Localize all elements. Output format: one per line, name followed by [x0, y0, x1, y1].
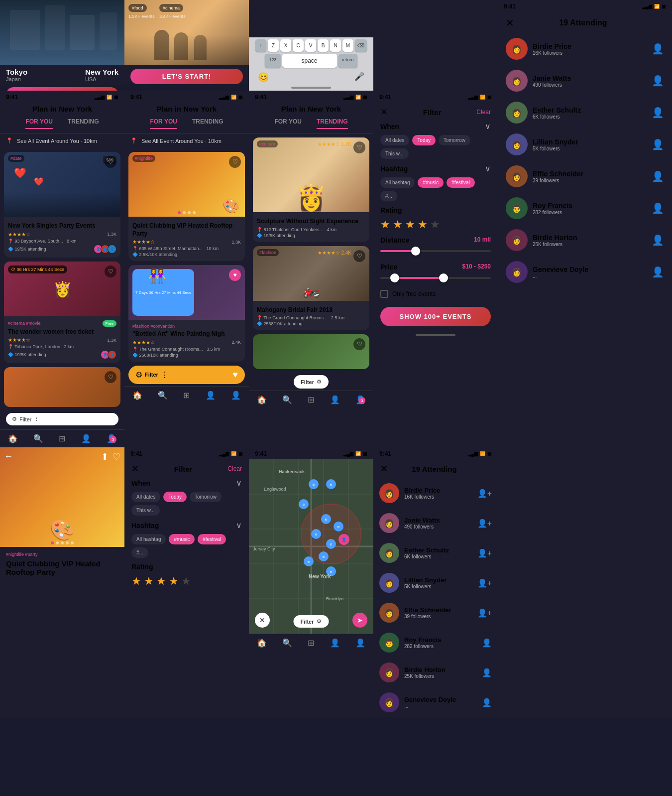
- key-space[interactable]: space: [282, 54, 337, 68]
- chip-festival-4[interactable]: #festival: [447, 177, 475, 188]
- key-c[interactable]: C: [293, 39, 304, 52]
- action-effie[interactable]: 👤+: [477, 608, 492, 618]
- chip-tomorrow-4[interactable]: Tomorrow: [439, 135, 470, 145]
- emoji-key[interactable]: 😊: [258, 72, 269, 83]
- close-attending-right[interactable]: ✕: [506, 17, 514, 29]
- lets-start-button[interactable]: LET'S START!: [130, 69, 243, 84]
- key-x[interactable]: X: [280, 39, 291, 52]
- map-filter-btn[interactable]: Filter ⚙: [294, 615, 329, 628]
- action-lillian[interactable]: 👤+: [477, 578, 492, 588]
- tab-for-you-2[interactable]: FOR YOU: [150, 118, 177, 129]
- filter-btn-3[interactable]: Filter ⚙: [294, 375, 329, 389]
- filter-btn-1[interactable]: ⚙ Filter ⋮: [6, 413, 118, 425]
- chip-all-dates-4[interactable]: All dates: [380, 135, 409, 145]
- mic-key[interactable]: 🎤: [354, 72, 364, 83]
- action-right-1[interactable]: 👤: [652, 43, 664, 55]
- tab-trending-2[interactable]: TRENDING: [192, 118, 224, 129]
- heart-btn-ww[interactable]: ♡: [105, 265, 116, 277]
- star-1-4[interactable]: ★: [380, 218, 390, 231]
- action-right-6[interactable]: 👤: [652, 202, 664, 214]
- chip-thisweek-4[interactable]: This w...: [380, 148, 409, 159]
- action-right-2[interactable]: 👤: [652, 75, 664, 87]
- star-1-6[interactable]: ★: [131, 575, 141, 588]
- map-close-btn[interactable]: ✕: [255, 613, 270, 628]
- filter-btn-2[interactable]: ⚙ Filter ⋮ ♥: [128, 366, 245, 384]
- key-backspace[interactable]: ⌫: [355, 39, 367, 52]
- star-4-6[interactable]: ★: [169, 575, 179, 588]
- chip-thisweek-6[interactable]: This w...: [131, 505, 160, 516]
- key-v[interactable]: V: [305, 39, 316, 52]
- action-genevieve[interactable]: 👤: [482, 698, 492, 707]
- nav-grid-2[interactable]: ⊞: [183, 391, 190, 400]
- chip-tomorrow-6[interactable]: Tomorrow: [190, 492, 222, 502]
- nav-grid-3[interactable]: ⊞: [308, 395, 314, 404]
- chip-today-4[interactable]: Today: [412, 135, 436, 145]
- nav-bell-2[interactable]: 👤: [231, 391, 241, 399]
- action-right-3[interactable]: 👤: [652, 107, 664, 119]
- chip-all-hashtag-6[interactable]: All hashtag: [131, 534, 166, 544]
- key-return[interactable]: return: [338, 54, 357, 68]
- share-btn-5[interactable]: ⬆: [101, 451, 109, 462]
- star-2-4[interactable]: ★: [393, 218, 403, 231]
- price-thumb-left-4[interactable]: [390, 273, 399, 282]
- nav-search-2[interactable]: 🔍: [158, 391, 168, 400]
- tab-trending-1[interactable]: TRENDING: [68, 118, 99, 129]
- see-all-2[interactable]: 📍 See All Event Around You · 10km: [124, 133, 249, 148]
- heart-btn-partial-3[interactable]: ♡: [353, 338, 365, 350]
- back-btn-5[interactable]: ←: [4, 451, 13, 462]
- star-5-6[interactable]: ★: [181, 575, 191, 588]
- chip-music-4[interactable]: #music: [418, 177, 444, 188]
- free-checkbox-4[interactable]: [380, 290, 388, 298]
- close-attending-8[interactable]: ✕: [380, 463, 388, 474]
- nav-person-2[interactable]: 👤: [206, 391, 216, 400]
- action-right-7[interactable]: 👤: [652, 234, 664, 246]
- key-m[interactable]: M: [342, 39, 353, 52]
- action-right-4[interactable]: 👤: [652, 138, 664, 150]
- key-z[interactable]: Z: [268, 39, 279, 52]
- heart-detail-5[interactable]: ♡: [112, 451, 120, 462]
- action-roy[interactable]: 👤: [482, 638, 492, 648]
- map-navigate-btn[interactable]: ➤: [352, 613, 367, 628]
- nav-home-7[interactable]: 🏠: [257, 638, 267, 648]
- nav-person-1[interactable]: 👤: [81, 434, 91, 443]
- close-filter-4[interactable]: ✕: [380, 107, 388, 118]
- show-events-btn-4[interactable]: SHOW 100+ EVENTS: [380, 307, 491, 326]
- heart-btn-sculpture[interactable]: ♡: [353, 141, 365, 153]
- action-janie-watts[interactable]: 👤+: [477, 519, 492, 528]
- distance-thumb-4[interactable]: [411, 247, 420, 256]
- star-4-4[interactable]: ★: [418, 218, 428, 231]
- close-filter-6[interactable]: ✕: [131, 463, 139, 474]
- key-n[interactable]: N: [330, 39, 341, 52]
- clear-filter-6[interactable]: Clear: [227, 465, 242, 472]
- nav-bell-7[interactable]: 👤: [355, 639, 365, 647]
- action-esther[interactable]: 👤+: [477, 548, 492, 558]
- next-button[interactable]: NEXT: [6, 87, 118, 91]
- chip-today-6[interactable]: Today: [163, 492, 187, 502]
- nav-home-2[interactable]: 🏠: [132, 391, 142, 400]
- key-b[interactable]: B: [318, 39, 329, 52]
- nav-grid-7[interactable]: ⊞: [308, 638, 314, 648]
- see-all-1[interactable]: 📍 See All Event Around You · 10km: [0, 133, 124, 148]
- star-5-4[interactable]: ★: [430, 218, 440, 231]
- nav-home-1[interactable]: 🏠: [8, 434, 18, 443]
- action-birdie-price[interactable]: 👤+: [477, 489, 492, 498]
- clear-filter-4[interactable]: Clear: [476, 109, 491, 116]
- star-3-4[interactable]: ★: [405, 218, 415, 231]
- heart-btn-bottledart[interactable]: ♥: [229, 269, 241, 281]
- heart-btn-singles[interactable]: ♡: [105, 156, 116, 168]
- chip-all-dates-6[interactable]: All dates: [131, 492, 160, 502]
- tab-for-you-1[interactable]: FOR YOU: [25, 118, 52, 129]
- chip-more-6[interactable]: #...: [131, 547, 148, 558]
- action-right-8[interactable]: 👤: [652, 266, 664, 278]
- nav-search-1[interactable]: 🔍: [33, 434, 43, 443]
- nav-home-3[interactable]: 🏠: [257, 395, 267, 404]
- tab-for-you-3[interactable]: FOR YOU: [274, 118, 301, 129]
- tab-trending-3[interactable]: TRENDING: [317, 118, 348, 129]
- chip-music-6[interactable]: #music: [169, 534, 195, 544]
- nav-person-3[interactable]: 👤: [330, 395, 340, 404]
- key-shift[interactable]: ↑: [255, 39, 266, 52]
- heart-btn-partial[interactable]: ♡: [105, 371, 116, 383]
- heart-btn-bridal[interactable]: ♡: [353, 250, 365, 262]
- chip-festival-6[interactable]: #festival: [198, 534, 226, 544]
- nav-person-7[interactable]: 👤: [330, 638, 340, 648]
